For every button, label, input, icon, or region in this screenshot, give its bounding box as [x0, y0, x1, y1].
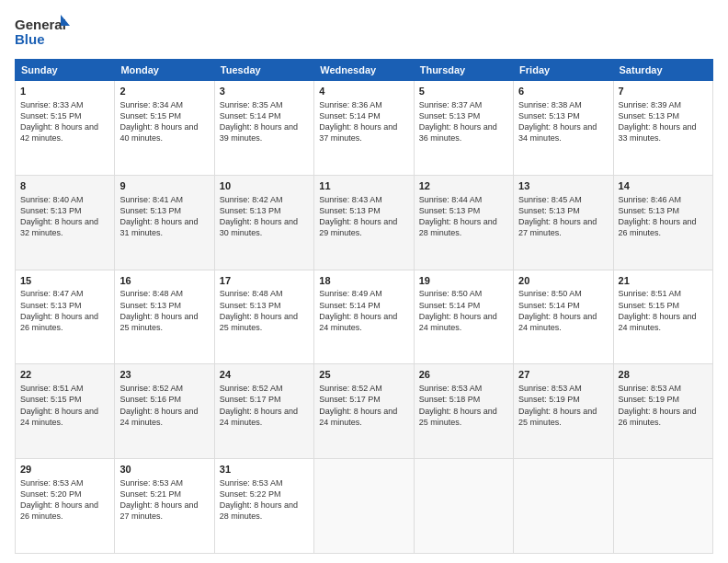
day-number: 18	[319, 274, 408, 288]
calendar-cell: 4Sunrise: 8:36 AMSunset: 5:14 PMDaylight…	[314, 81, 414, 176]
calendar-cell: 8Sunrise: 8:40 AMSunset: 5:13 PMDaylight…	[16, 175, 115, 270]
header: GeneralBlue	[15, 15, 713, 50]
day-info: Sunrise: 8:40 AMSunset: 5:13 PMDaylight:…	[20, 194, 109, 239]
day-info: Sunrise: 8:47 AMSunset: 5:13 PMDaylight:…	[20, 288, 109, 333]
calendar-cell: 9Sunrise: 8:41 AMSunset: 5:13 PMDaylight…	[115, 175, 214, 270]
calendar-cell: 15Sunrise: 8:47 AMSunset: 5:13 PMDayligh…	[16, 270, 115, 364]
day-number: 8	[20, 179, 109, 193]
day-info: Sunrise: 8:33 AMSunset: 5:15 PMDaylight:…	[20, 99, 109, 144]
day-info: Sunrise: 8:51 AMSunset: 5:15 PMDaylight:…	[20, 383, 109, 428]
calendar-cell: 30Sunrise: 8:53 AMSunset: 5:21 PMDayligh…	[115, 459, 214, 554]
calendar-cell: 5Sunrise: 8:37 AMSunset: 5:13 PMDaylight…	[414, 81, 513, 176]
calendar-cell: 19Sunrise: 8:50 AMSunset: 5:14 PMDayligh…	[414, 270, 513, 364]
day-number: 9	[119, 179, 209, 193]
day-info: Sunrise: 8:34 AMSunset: 5:15 PMDaylight:…	[119, 99, 209, 144]
day-number: 16	[119, 274, 209, 288]
calendar-cell	[414, 459, 513, 554]
day-info: Sunrise: 8:53 AMSunset: 5:22 PMDaylight:…	[220, 477, 309, 523]
day-info: Sunrise: 8:36 AMSunset: 5:14 PMDaylight:…	[319, 99, 408, 144]
day-number: 26	[419, 368, 508, 382]
day-number: 15	[20, 274, 109, 288]
day-info: Sunrise: 8:50 AMSunset: 5:14 PMDaylight:…	[518, 288, 608, 333]
day-info: Sunrise: 8:53 AMSunset: 5:21 PMDaylight:…	[119, 477, 209, 523]
logo: GeneralBlue	[15, 15, 70, 50]
day-number: 27	[518, 368, 608, 382]
calendar-cell	[514, 459, 613, 554]
day-info: Sunrise: 8:37 AMSunset: 5:13 PMDaylight:…	[419, 99, 508, 144]
day-info: Sunrise: 8:45 AMSunset: 5:13 PMDaylight:…	[518, 194, 608, 239]
calendar-cell	[613, 459, 712, 554]
day-number: 22	[20, 368, 109, 382]
week-row-2: 8Sunrise: 8:40 AMSunset: 5:13 PMDaylight…	[16, 175, 713, 270]
calendar-cell: 24Sunrise: 8:52 AMSunset: 5:17 PMDayligh…	[214, 364, 313, 459]
day-info: Sunrise: 8:48 AMSunset: 5:13 PMDaylight:…	[119, 288, 209, 333]
calendar-cell: 17Sunrise: 8:48 AMSunset: 5:13 PMDayligh…	[214, 270, 313, 364]
day-number: 25	[319, 368, 408, 382]
calendar-cell: 23Sunrise: 8:52 AMSunset: 5:16 PMDayligh…	[115, 364, 214, 459]
day-info: Sunrise: 8:53 AMSunset: 5:19 PMDaylight:…	[619, 383, 708, 428]
day-number: 11	[319, 179, 408, 193]
day-info: Sunrise: 8:35 AMSunset: 5:14 PMDaylight:…	[220, 99, 309, 144]
day-number: 17	[220, 274, 309, 288]
calendar-cell: 26Sunrise: 8:53 AMSunset: 5:18 PMDayligh…	[414, 364, 513, 459]
day-number: 1	[20, 85, 109, 98]
day-info: Sunrise: 8:53 AMSunset: 5:20 PMDaylight:…	[20, 477, 109, 523]
day-info: Sunrise: 8:50 AMSunset: 5:14 PMDaylight:…	[419, 288, 508, 333]
day-number: 3	[220, 85, 309, 98]
day-info: Sunrise: 8:51 AMSunset: 5:15 PMDaylight:…	[619, 288, 708, 333]
calendar-cell: 21Sunrise: 8:51 AMSunset: 5:15 PMDayligh…	[613, 270, 712, 364]
calendar-cell: 18Sunrise: 8:49 AMSunset: 5:14 PMDayligh…	[314, 270, 414, 364]
calendar-cell: 28Sunrise: 8:53 AMSunset: 5:19 PMDayligh…	[613, 364, 712, 459]
week-row-3: 15Sunrise: 8:47 AMSunset: 5:13 PMDayligh…	[16, 270, 713, 364]
day-number: 10	[220, 179, 309, 193]
day-number: 20	[518, 274, 608, 288]
day-number: 23	[119, 368, 209, 382]
calendar-cell: 11Sunrise: 8:43 AMSunset: 5:13 PMDayligh…	[314, 175, 414, 270]
calendar-cell: 25Sunrise: 8:52 AMSunset: 5:17 PMDayligh…	[314, 364, 414, 459]
calendar-cell: 10Sunrise: 8:42 AMSunset: 5:13 PMDayligh…	[214, 175, 313, 270]
day-info: Sunrise: 8:52 AMSunset: 5:17 PMDaylight:…	[220, 383, 309, 428]
day-number: 29	[20, 463, 109, 477]
day-info: Sunrise: 8:38 AMSunset: 5:13 PMDaylight:…	[518, 99, 608, 144]
calendar-cell	[314, 459, 414, 554]
calendar-cell: 6Sunrise: 8:38 AMSunset: 5:13 PMDaylight…	[514, 81, 613, 176]
calendar-cell: 3Sunrise: 8:35 AMSunset: 5:14 PMDaylight…	[214, 81, 313, 176]
day-info: Sunrise: 8:42 AMSunset: 5:13 PMDaylight:…	[220, 194, 309, 239]
calendar-cell: 14Sunrise: 8:46 AMSunset: 5:13 PMDayligh…	[613, 175, 712, 270]
calendar-cell: 7Sunrise: 8:39 AMSunset: 5:13 PMDaylight…	[613, 81, 712, 176]
day-info: Sunrise: 8:49 AMSunset: 5:14 PMDaylight:…	[319, 288, 408, 333]
week-row-5: 29Sunrise: 8:53 AMSunset: 5:20 PMDayligh…	[16, 459, 713, 554]
page: GeneralBlue SundayMondayTuesdayWednesday…	[0, 0, 728, 563]
day-info: Sunrise: 8:43 AMSunset: 5:13 PMDaylight:…	[319, 194, 408, 239]
calendar-cell: 1Sunrise: 8:33 AMSunset: 5:15 PMDaylight…	[16, 81, 115, 176]
day-info: Sunrise: 8:53 AMSunset: 5:18 PMDaylight:…	[419, 383, 508, 428]
day-number: 7	[619, 85, 708, 98]
header-friday: Friday	[514, 60, 613, 81]
calendar-table: SundayMondayTuesdayWednesdayThursdayFrid…	[15, 59, 713, 554]
day-info: Sunrise: 8:39 AMSunset: 5:13 PMDaylight:…	[619, 99, 708, 144]
day-number: 13	[518, 179, 608, 193]
calendar-cell: 13Sunrise: 8:45 AMSunset: 5:13 PMDayligh…	[514, 175, 613, 270]
calendar-cell: 31Sunrise: 8:53 AMSunset: 5:22 PMDayligh…	[214, 459, 313, 554]
header-tuesday: Tuesday	[214, 60, 313, 81]
day-number: 6	[518, 85, 608, 98]
day-info: Sunrise: 8:46 AMSunset: 5:13 PMDaylight:…	[619, 194, 708, 239]
header-monday: Monday	[115, 60, 214, 81]
day-number: 21	[619, 274, 708, 288]
calendar-cell: 27Sunrise: 8:53 AMSunset: 5:19 PMDayligh…	[514, 364, 613, 459]
calendar-cell: 20Sunrise: 8:50 AMSunset: 5:14 PMDayligh…	[514, 270, 613, 364]
svg-text:General: General	[15, 17, 66, 32]
day-info: Sunrise: 8:41 AMSunset: 5:13 PMDaylight:…	[119, 194, 209, 239]
day-info: Sunrise: 8:44 AMSunset: 5:13 PMDaylight:…	[419, 194, 508, 239]
day-number: 30	[119, 463, 209, 477]
day-number: 4	[319, 85, 408, 98]
day-number: 31	[220, 463, 309, 477]
calendar-cell: 29Sunrise: 8:53 AMSunset: 5:20 PMDayligh…	[16, 459, 115, 554]
day-number: 12	[419, 179, 508, 193]
calendar-cell: 2Sunrise: 8:34 AMSunset: 5:15 PMDaylight…	[115, 81, 214, 176]
day-info: Sunrise: 8:48 AMSunset: 5:13 PMDaylight:…	[220, 288, 309, 333]
calendar-header-row: SundayMondayTuesdayWednesdayThursdayFrid…	[16, 60, 713, 81]
day-number: 28	[619, 368, 708, 382]
calendar-cell: 16Sunrise: 8:48 AMSunset: 5:13 PMDayligh…	[115, 270, 214, 364]
calendar-cell: 12Sunrise: 8:44 AMSunset: 5:13 PMDayligh…	[414, 175, 513, 270]
